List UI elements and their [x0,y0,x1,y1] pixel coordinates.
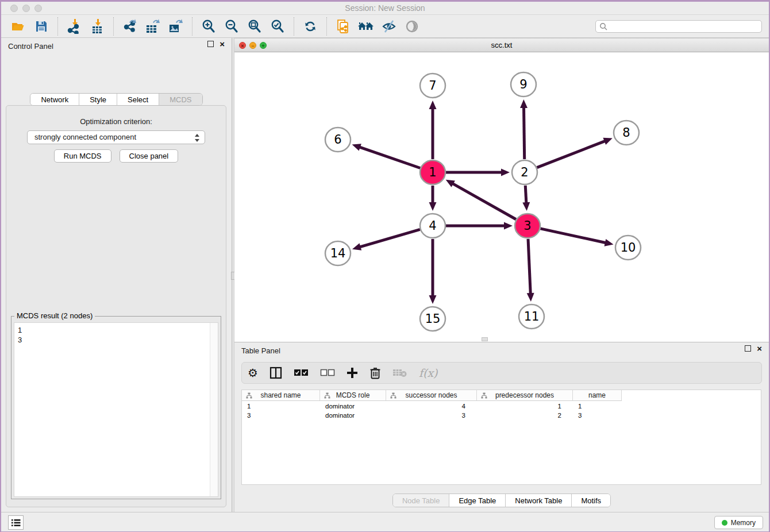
network-canvas[interactable]: 7968124314101511 [234,52,769,342]
graph-edge[interactable] [528,239,530,295]
zoom-in-icon [201,19,216,34]
zoom-out-button[interactable] [223,18,240,35]
table-cell[interactable]: 1 [477,402,573,411]
table-row-1[interactable]: 3dominator323 [242,411,622,420]
graph-edge[interactable] [537,141,606,168]
edge-arrowhead [520,99,528,108]
edge-arrowhead [429,101,437,109]
tab-select[interactable]: Select [117,94,159,105]
memory-button[interactable]: Memory [714,516,763,529]
graph-edge[interactable] [359,229,419,247]
deselect-all-rows-button[interactable] [320,365,335,380]
zoom-selected-button[interactable] [269,18,286,35]
run-mcds-button[interactable]: Run MCDS [54,149,111,163]
close-table-panel-icon[interactable]: × [757,345,762,352]
table-cell[interactable]: 2 [477,411,573,420]
toolbar-separator [326,17,327,36]
table-cell[interactable]: 4 [386,402,477,411]
tab-style[interactable]: Style [79,94,117,105]
delete-column-button[interactable] [369,365,381,380]
column-header-2[interactable]: successor nodes [386,390,477,400]
result-scrollbar[interactable] [210,323,218,496]
table-tabs: Node Table Edge Table Network Table Moti… [234,494,769,507]
float-panel-icon[interactable] [207,41,214,47]
show-all-button[interactable] [403,18,421,35]
table-row-0[interactable]: 1dominator411 [242,402,622,411]
import-table-icon [90,19,105,34]
tab-mcds[interactable]: MCDS [159,94,202,105]
graph-node-label: 15 [425,312,441,326]
criterion-value: strongly connected component [34,133,136,141]
column-header-3[interactable]: predecessor nodes [477,390,573,400]
select-all-rows-button[interactable] [294,365,309,380]
table-panel: Table Panel × ⚙ f(x) shared nameMCDS rol… [234,342,769,512]
toolbar-separator [294,17,294,36]
network-window: × − + scc.txt 7968124314101511 [234,38,769,342]
gear-icon: ⚙ [248,367,258,379]
save-session-button[interactable] [33,18,50,35]
memory-status-dot [722,520,727,526]
zoom-in-button[interactable] [200,18,217,35]
graph-edge[interactable] [359,147,420,168]
node-table: shared nameMCDS rolesuccessor nodesprede… [241,390,761,485]
graph-edge[interactable] [540,229,606,243]
add-column-button[interactable] [346,365,358,380]
edge-arrowhead [429,295,437,304]
zoom-out-icon [224,19,239,34]
edge-arrowhead [504,222,513,230]
table-cell[interactable]: 1 [573,402,622,411]
export-image-button[interactable] [167,18,184,35]
tab-edge-table[interactable]: Edge Table [449,494,506,507]
network-window-titlebar: × − + scc.txt [234,38,769,52]
import-table-button[interactable] [88,18,106,35]
tab-motifs[interactable]: Motifs [572,494,610,507]
list-icon [11,519,21,527]
table-options-button[interactable]: ⚙ [248,365,258,380]
mcds-result-title: MCDS result (2 nodes) [14,311,95,320]
column-header-4[interactable]: name [573,390,622,400]
export-network-button[interactable] [121,18,138,35]
table-cell[interactable]: dominator [320,411,386,420]
horizontal-splitter-grip[interactable] [482,337,488,341]
function-builder-button[interactable]: f(x) [419,365,438,380]
network-graph-svg: 7968124314101511 [234,52,770,341]
table-cell[interactable]: 3 [386,411,477,420]
graph-node-label: 10 [621,241,636,255]
column-label: MCDS role [336,391,370,399]
first-neighbors-button[interactable] [357,18,375,35]
toolbar-separator [113,17,114,36]
apply-layout-button[interactable] [302,18,319,35]
delete-table-button[interactable] [392,365,407,380]
control-panel-title: Control Panel [8,42,53,51]
tab-network-table[interactable]: Network Table [506,494,572,507]
show-eye-icon [405,19,419,34]
hide-selected-button[interactable] [380,18,398,35]
tab-network[interactable]: Network [30,94,79,105]
export-table-button[interactable] [144,18,161,35]
graph-edge[interactable] [525,186,526,204]
table-cell[interactable]: 3 [573,411,622,420]
task-history-button[interactable] [8,515,24,530]
table-cell[interactable]: 1 [242,402,320,411]
optimization-criterion-select[interactable]: strongly connected component [27,130,205,144]
mcds-result-area[interactable]: 1 3 [14,322,218,497]
search-input[interactable] [595,20,762,33]
tab-node-table[interactable]: Node Table [393,494,450,507]
close-panel-icon[interactable]: × [220,41,225,47]
close-panel-button[interactable]: Close panel [120,149,179,163]
checked-boxes-icon [294,369,309,377]
float-table-panel-icon[interactable] [745,345,751,352]
graph-edge[interactable] [523,106,524,159]
toggle-panel-columns-button[interactable] [270,365,282,380]
zoom-fit-button[interactable] [246,18,263,35]
table-cell[interactable]: 3 [242,411,320,420]
table-cell[interactable]: dominator [320,402,386,411]
zoom-selected-icon [270,19,285,34]
export-table-icon [145,19,161,34]
clone-network-button[interactable] [334,18,352,35]
graph-edge[interactable] [452,183,516,219]
column-header-1[interactable]: MCDS role [320,390,386,400]
open-session-button[interactable] [10,18,27,35]
import-network-button[interactable] [66,18,83,35]
column-header-0[interactable]: shared name [242,390,320,400]
